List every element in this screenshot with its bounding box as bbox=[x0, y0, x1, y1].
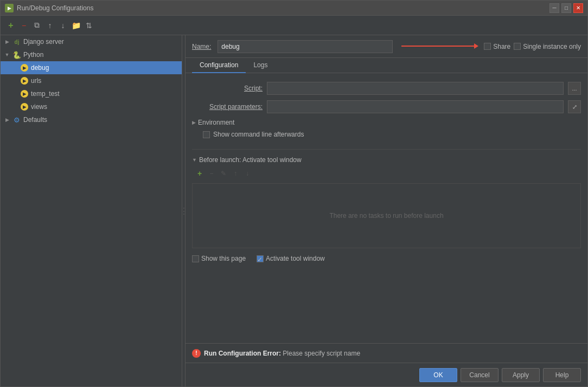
script-input[interactable] bbox=[267, 82, 564, 95]
main-content: ▶ dj Django server ▼ 🐍 Python ▶ debug ▶ bbox=[1, 35, 587, 386]
sidebar-item-django-server[interactable]: ▶ dj Django server bbox=[1, 35, 182, 48]
action-bar: OK Cancel Apply Help bbox=[186, 363, 587, 386]
sidebar-item-label: urls bbox=[31, 77, 41, 85]
sidebar-item-views[interactable]: ▶ views bbox=[1, 100, 182, 113]
show-command-checkbox[interactable] bbox=[203, 131, 210, 138]
django-icon: dj bbox=[12, 37, 21, 46]
config-tabs: Configuration Logs bbox=[186, 58, 587, 73]
launch-up-button[interactable]: ↑ bbox=[230, 168, 241, 179]
add-config-button[interactable]: + bbox=[5, 20, 17, 31]
remove-config-button[interactable]: − bbox=[18, 20, 30, 31]
launch-empty-text: There are no tasks to run before launch bbox=[329, 212, 443, 220]
config-header: Name: Share Single instance only bbox=[186, 35, 587, 58]
tab-configuration[interactable]: Configuration bbox=[192, 58, 246, 73]
config-panel: Name: Share Single instance only bbox=[186, 35, 587, 386]
expand-arrow-icon: ▼ bbox=[4, 51, 10, 58]
sidebar-item-label: views bbox=[31, 103, 47, 111]
share-checkbox[interactable] bbox=[484, 43, 491, 50]
before-launch-header[interactable]: ▼ Before launch: Activate tool window bbox=[192, 156, 581, 164]
launch-empty-area: There are no tasks to run before launch bbox=[192, 183, 581, 248]
run-icon: ▶ bbox=[20, 102, 29, 111]
header-checkboxes: Share Single instance only bbox=[484, 43, 581, 50]
launch-down-button[interactable]: ↓ bbox=[242, 168, 253, 179]
error-text: Run Configuration Error: Please specify … bbox=[204, 350, 360, 357]
maximize-button[interactable]: □ bbox=[561, 3, 571, 13]
defaults-icon: ⚙ bbox=[12, 115, 21, 124]
script-params-label: Script parameters: bbox=[192, 103, 263, 111]
ok-button[interactable]: OK bbox=[419, 368, 457, 382]
activate-window-checkbox[interactable]: ✓ bbox=[257, 255, 264, 262]
run-debug-configurations-window: ▶ Run/Debug Configurations ─ □ ✕ + − ⧉ ↑… bbox=[0, 0, 588, 387]
activate-window-label: Activate tool window bbox=[266, 255, 325, 262]
apply-button[interactable]: Apply bbox=[502, 368, 540, 382]
launch-toolbar: + − ✎ ↑ ↓ bbox=[194, 168, 581, 179]
folder-button[interactable]: 📁 bbox=[70, 20, 82, 31]
environment-expand-icon: ▶ bbox=[192, 120, 196, 125]
name-input[interactable] bbox=[218, 40, 393, 53]
show-command-label: Show command line afterwards bbox=[213, 131, 304, 138]
sidebar-item-label: debug bbox=[31, 64, 49, 72]
copy-config-button[interactable]: ⧉ bbox=[31, 20, 43, 31]
before-launch-label: Before launch: Activate tool window bbox=[199, 156, 302, 164]
config-body: Script: ... Script parameters: ⤢ ▶ Envir… bbox=[186, 73, 587, 343]
move-down-button[interactable]: ↓ bbox=[57, 20, 69, 31]
show-command-row: Show command line afterwards bbox=[203, 131, 581, 138]
sidebar-item-label: temp_test bbox=[31, 90, 60, 98]
share-checkbox-item[interactable]: Share bbox=[484, 43, 510, 50]
tab-logs[interactable]: Logs bbox=[246, 58, 275, 73]
python-icon: 🐍 bbox=[12, 50, 21, 59]
script-label: Script: bbox=[192, 85, 263, 92]
sort-button[interactable]: ⇅ bbox=[83, 20, 95, 31]
script-row: Script: ... bbox=[192, 82, 581, 95]
show-page-label: Show this page bbox=[201, 255, 246, 262]
sidebar-item-defaults[interactable]: ▶ ⚙ Defaults bbox=[1, 113, 182, 126]
single-instance-checkbox-item[interactable]: Single instance only bbox=[514, 43, 581, 50]
single-instance-label: Single instance only bbox=[523, 43, 581, 50]
close-button[interactable]: ✕ bbox=[573, 3, 583, 13]
script-params-input[interactable] bbox=[267, 100, 564, 113]
sidebar-item-label: Python bbox=[23, 51, 43, 59]
debug-run-icon: ▶ bbox=[20, 63, 29, 72]
error-bold-text: Run Configuration Error: bbox=[204, 350, 281, 357]
environment-section-header[interactable]: ▶ Environment bbox=[192, 119, 581, 126]
single-instance-checkbox[interactable] bbox=[514, 43, 521, 50]
name-label: Name: bbox=[192, 43, 211, 50]
launch-remove-button[interactable]: − bbox=[206, 168, 217, 179]
window-title: Run/Debug Configurations bbox=[17, 4, 546, 12]
title-bar: ▶ Run/Debug Configurations ─ □ ✕ bbox=[1, 1, 587, 16]
activate-window-checkbox-item[interactable]: ✓ Activate tool window bbox=[257, 255, 325, 262]
show-page-checkbox-item[interactable]: Show this page bbox=[192, 255, 246, 262]
sidebar-item-temp-test[interactable]: ▶ temp_test bbox=[1, 87, 182, 100]
move-up-button[interactable]: ↑ bbox=[44, 20, 56, 31]
expand-arrow-icon: ▶ bbox=[4, 38, 10, 45]
cancel-button[interactable]: Cancel bbox=[461, 368, 498, 382]
expand-arrow-icon: ▶ bbox=[4, 117, 10, 123]
environment-label: Environment bbox=[198, 119, 234, 126]
script-browse-button[interactable]: ... bbox=[568, 82, 581, 95]
share-label: Share bbox=[493, 43, 510, 50]
launch-add-button[interactable]: + bbox=[194, 168, 205, 179]
sidebar: ▶ dj Django server ▼ 🐍 Python ▶ debug ▶ bbox=[1, 35, 182, 386]
sidebar-item-python[interactable]: ▼ 🐍 Python bbox=[1, 48, 182, 61]
script-params-expand-button[interactable]: ⤢ bbox=[568, 100, 581, 113]
minimize-button[interactable]: ─ bbox=[549, 3, 559, 13]
bottom-checkboxes: Show this page ✓ Activate tool window bbox=[192, 255, 581, 262]
sidebar-item-label: Django server bbox=[23, 38, 64, 46]
run-icon: ▶ bbox=[20, 89, 29, 98]
sidebar-item-debug[interactable]: ▶ debug bbox=[1, 61, 182, 74]
red-arrow-icon bbox=[401, 46, 477, 47]
window-icon: ▶ bbox=[5, 4, 14, 12]
sidebar-item-label: Defaults bbox=[23, 116, 47, 124]
toolbar: + − ⧉ ↑ ↓ 📁 ⇅ bbox=[1, 16, 587, 35]
error-icon: ! bbox=[192, 349, 201, 358]
show-page-checkbox[interactable] bbox=[192, 255, 199, 262]
sidebar-item-urls[interactable]: ▶ urls bbox=[1, 74, 182, 87]
help-button[interactable]: Help bbox=[543, 368, 581, 382]
footer-error: ! Run Configuration Error: Please specif… bbox=[186, 343, 587, 363]
run-icon: ▶ bbox=[20, 76, 29, 85]
before-launch-section: ▼ Before launch: Activate tool window + … bbox=[192, 149, 581, 248]
window-controls: ─ □ ✕ bbox=[549, 3, 583, 13]
script-params-row: Script parameters: ⤢ bbox=[192, 100, 581, 113]
error-detail-text: Please specify script name bbox=[283, 350, 360, 357]
launch-edit-button[interactable]: ✎ bbox=[218, 168, 229, 179]
